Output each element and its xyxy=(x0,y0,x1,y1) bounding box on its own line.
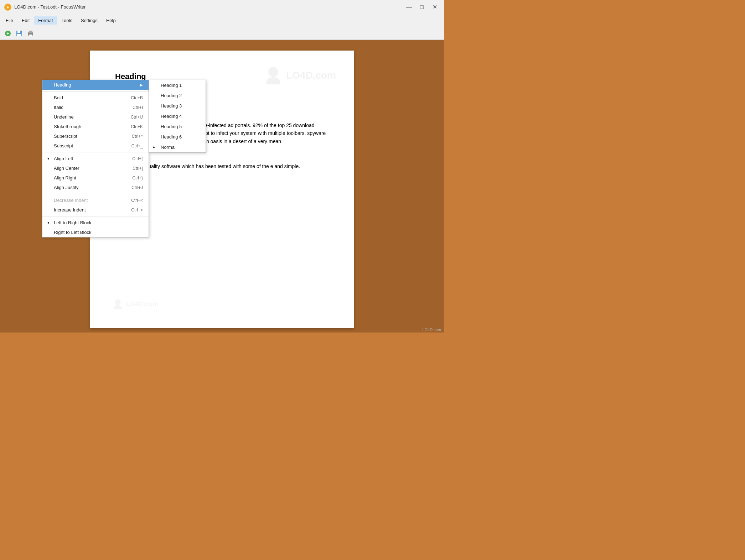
heading-3[interactable]: Heading 3 xyxy=(149,101,206,111)
format-decrease-indent: Decrease Indent Ctrl+< xyxy=(42,195,149,205)
format-align-left[interactable]: Align Left Ctrl+{ xyxy=(42,154,149,163)
app-icon: F xyxy=(4,4,11,11)
menu-tools[interactable]: Tools xyxy=(57,16,77,25)
heading-5[interactable]: Heading 5 xyxy=(149,121,206,132)
format-heading-item[interactable]: Heading ▶ xyxy=(42,80,149,90)
heading-6[interactable]: Heading 6 xyxy=(149,132,206,142)
svg-rect-7 xyxy=(29,35,32,36)
format-subscript[interactable]: Subscript Ctrl+_ xyxy=(42,141,149,151)
separator-1 xyxy=(42,91,149,91)
menu-settings[interactable]: Settings xyxy=(77,16,102,25)
menu-file[interactable]: File xyxy=(1,16,17,25)
format-rtl-block[interactable]: Right to Left Block xyxy=(42,227,149,237)
format-italic[interactable]: Italic Ctrl+I xyxy=(42,103,149,112)
heading-submenu-arrow: ▶ xyxy=(140,83,143,87)
svg-rect-6 xyxy=(29,31,32,33)
toolbar: + xyxy=(0,27,444,40)
format-strikethrough[interactable]: Strikethrough Ctrl+K xyxy=(42,122,149,131)
window-controls: — □ ✕ xyxy=(404,4,440,11)
print-button[interactable] xyxy=(26,28,36,38)
separator-4 xyxy=(42,216,149,216)
menu-help[interactable]: Help xyxy=(102,16,120,25)
maximize-button[interactable]: □ xyxy=(417,4,427,11)
format-ltr-block[interactable]: Left to Right Block xyxy=(42,218,149,227)
format-superscript[interactable]: Superscript Ctrl+^ xyxy=(42,131,149,141)
statusbar: LO4D.com xyxy=(419,327,444,333)
format-underline[interactable]: Underline Ctrl+U xyxy=(42,112,149,122)
format-dropdown: Heading ▶ Bold Ctrl+B Italic Ctrl+I Unde… xyxy=(42,80,149,237)
format-align-right[interactable]: Align Right Ctrl+} xyxy=(42,173,149,183)
close-button[interactable]: ✕ xyxy=(430,4,440,11)
separator-3 xyxy=(42,194,149,194)
svg-text:+: + xyxy=(6,31,9,36)
save-button[interactable] xyxy=(14,28,24,38)
main-area: LO4D.com Heading Heading Heading Heading… xyxy=(0,40,444,333)
menubar: File Edit Format Tools Settings Help xyxy=(0,14,444,27)
menu-format[interactable]: Format xyxy=(34,16,57,25)
watermark-bottom: LO4D.com xyxy=(112,298,158,310)
format-increase-indent[interactable]: Increase Indent Ctrl+> xyxy=(42,205,149,215)
new-button[interactable]: + xyxy=(3,28,13,38)
heading-normal[interactable]: Normal xyxy=(149,142,206,152)
format-align-justify[interactable]: Align Justify Ctrl+J xyxy=(42,183,149,192)
svg-rect-3 xyxy=(17,31,20,33)
watermark-top: LO4D.com xyxy=(263,65,336,86)
format-bold[interactable]: Bold Ctrl+B xyxy=(42,93,149,103)
minimize-button[interactable]: — xyxy=(404,4,414,11)
format-align-center[interactable]: Align Center Ctrl+| xyxy=(42,163,149,173)
titlebar: F LO4D.com - Test.odt - FocusWriter — □ … xyxy=(0,0,444,14)
window-title: LO4D.com - Test.odt - FocusWriter xyxy=(14,4,404,10)
menu-edit[interactable]: Edit xyxy=(17,16,34,25)
svg-point-8 xyxy=(268,67,278,77)
heading-1[interactable]: Heading 1 xyxy=(149,80,206,90)
svg-rect-4 xyxy=(17,34,21,36)
heading-4[interactable]: Heading 4 xyxy=(149,111,206,121)
heading-submenu: Heading 1 Heading 2 Heading 3 Heading 4 … xyxy=(149,80,206,153)
heading-2[interactable]: Heading 2 xyxy=(149,90,206,101)
separator-2 xyxy=(42,152,149,152)
svg-point-9 xyxy=(115,299,120,305)
